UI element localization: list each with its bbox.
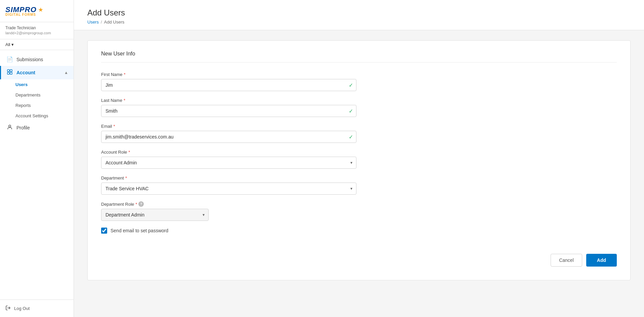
first-name-input-wrapper: ✓ [101, 79, 356, 91]
send-email-checkbox[interactable] [101, 228, 107, 234]
email-label: Email * [101, 124, 356, 129]
dept-role-help-icon[interactable]: ? [138, 201, 144, 207]
sidebar-bottom: Log Out [0, 300, 74, 317]
dept-role-label: Department Role * ? [101, 201, 356, 207]
profile-icon [6, 124, 13, 131]
user-info: Trade Technician landd+2@simprogroup.com [0, 22, 74, 39]
filter-button[interactable]: All ▾ [5, 42, 14, 47]
add-button[interactable]: Add [586, 254, 617, 267]
sidebar-item-submissions[interactable]: 📄 Submissions [0, 53, 74, 66]
first-name-input[interactable] [101, 79, 356, 91]
page-title: Add Users [87, 8, 631, 17]
breadcrumb-separator: / [101, 19, 102, 25]
account-role-select-wrapper: Account Admin Standard User Read Only ▾ [101, 157, 356, 169]
form-footer: Cancel Add [101, 247, 617, 267]
department-select-wrapper: Trade Service HVAC Administration Sales … [101, 183, 356, 195]
sidebar-item-profile[interactable]: Profile [0, 121, 74, 134]
email-input[interactable] [101, 131, 356, 143]
form-section-title: New User Info [101, 51, 617, 63]
department-required: * [125, 175, 127, 181]
account-role-group: Account Role * Account Admin Standard Us… [101, 150, 356, 169]
last-name-input[interactable] [101, 105, 356, 117]
form-card: New User Info First Name * ✓ Last Name * [87, 40, 631, 280]
first-name-group: First Name * ✓ [101, 72, 356, 91]
dept-role-select-wrapper: Department Admin Standard Read Only ▾ [101, 209, 209, 221]
first-name-check-icon: ✓ [349, 82, 353, 88]
sidebar: SIMPRO ★ DIGITAL FORMS Trade Technician … [0, 0, 74, 317]
profile-label: Profile [16, 125, 68, 130]
account-chevron-icon: ▲ [64, 70, 68, 75]
svg-rect-2 [7, 72, 9, 74]
logout-icon [5, 305, 11, 312]
last-name-input-wrapper: ✓ [101, 105, 356, 117]
account-icon [6, 69, 13, 76]
breadcrumb-current: Add Users [104, 19, 125, 25]
svg-point-4 [9, 125, 11, 127]
logo-star-icon: ★ [38, 6, 43, 13]
sidebar-item-departments[interactable]: Departments [15, 90, 74, 100]
sidebar-item-users[interactable]: Users [15, 79, 74, 90]
department-group: Department * Trade Service HVAC Administ… [101, 175, 356, 195]
breadcrumb: Users / Add Users [87, 19, 631, 25]
email-input-wrapper: ✓ [101, 131, 356, 143]
last-name-label: Last Name * [101, 98, 356, 103]
breadcrumb-users-link[interactable]: Users [87, 19, 99, 25]
svg-rect-0 [7, 70, 9, 72]
submissions-label: Submissions [16, 57, 68, 62]
email-required: * [114, 124, 115, 129]
filter-label: All [5, 42, 10, 47]
user-email: landd+2@simprogroup.com [5, 31, 68, 35]
submissions-icon: 📄 [6, 56, 13, 63]
sidebar-item-account-settings[interactable]: Account Settings [15, 111, 74, 121]
send-email-label[interactable]: Send email to set password [111, 228, 168, 233]
logout-label: Log Out [14, 306, 30, 311]
account-role-select[interactable]: Account Admin Standard User Read Only [101, 157, 356, 169]
svg-rect-1 [10, 70, 12, 72]
last-name-group: Last Name * ✓ [101, 98, 356, 117]
sidebar-item-account[interactable]: Account ▲ [0, 66, 74, 79]
logout-button[interactable]: Log Out [5, 305, 68, 312]
sidebar-nav: 📄 Submissions Account ▲ Users Department… [0, 50, 74, 300]
last-name-check-icon: ✓ [349, 108, 353, 114]
dept-role-select[interactable]: Department Admin Standard Read Only [101, 209, 209, 221]
first-name-label: First Name * [101, 72, 356, 77]
send-email-row: Send email to set password [101, 228, 617, 234]
user-role: Trade Technician [5, 26, 68, 30]
email-check-icon: ✓ [349, 134, 353, 140]
department-label: Department * [101, 175, 356, 181]
logo-tagline: DIGITAL FORMS [5, 13, 68, 16]
main-content: New User Info First Name * ✓ Last Name * [74, 30, 644, 317]
account-label: Account [16, 70, 61, 75]
svg-rect-3 [10, 72, 12, 74]
main-header: Add Users Users / Add Users [74, 0, 644, 30]
email-group: Email * ✓ [101, 124, 356, 143]
main-content-area: Add Users Users / Add Users New User Inf… [74, 0, 644, 317]
chevron-down-icon: ▾ [11, 42, 14, 47]
department-select[interactable]: Trade Service HVAC Administration Sales [101, 183, 356, 195]
account-sub-nav: Users Departments Reports Account Settin… [0, 79, 74, 121]
account-role-label: Account Role * [101, 150, 356, 155]
account-role-required: * [128, 150, 130, 155]
sidebar-item-reports[interactable]: Reports [15, 100, 74, 111]
last-name-required: * [124, 98, 125, 103]
dept-role-required: * [135, 202, 137, 207]
cancel-button[interactable]: Cancel [551, 254, 582, 267]
first-name-required: * [124, 72, 126, 77]
logo-container: SIMPRO ★ DIGITAL FORMS [0, 0, 74, 22]
filter-section: All ▾ [0, 39, 74, 50]
dept-role-group: Department Role * ? Department Admin Sta… [101, 201, 356, 221]
